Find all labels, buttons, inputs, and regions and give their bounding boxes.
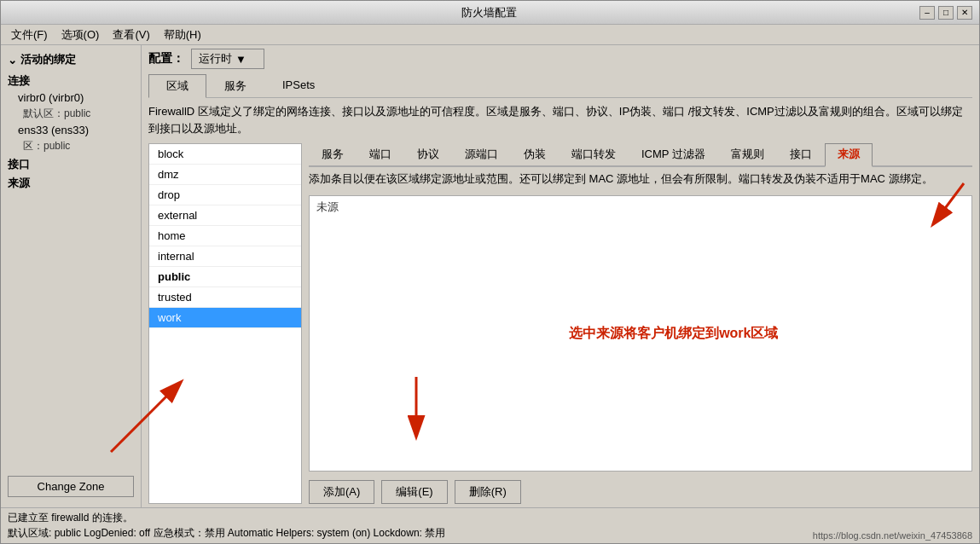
connections-label: 连接 bbox=[1, 71, 141, 90]
source-label: 来源 bbox=[1, 173, 141, 192]
interface-label: 接口 bbox=[1, 154, 141, 173]
tab-ipsets[interactable]: IPSets bbox=[264, 74, 333, 97]
minimize-button[interactable]: – bbox=[919, 6, 935, 20]
source-box: 未源 选中来源将客户机绑定到work区域 bbox=[309, 195, 972, 472]
main-split: block dmz drop external home internal pu… bbox=[148, 143, 972, 504]
source-box-label: 未源 bbox=[316, 200, 339, 215]
zone-external[interactable]: external bbox=[149, 205, 301, 226]
window-controls: – □ ✕ bbox=[919, 6, 972, 20]
zone-tab-portforward[interactable]: 端口转发 bbox=[559, 143, 629, 165]
zone-public[interactable]: public bbox=[149, 267, 301, 287]
chevron-down-icon: ⌄ bbox=[8, 54, 17, 67]
main-window: 防火墙配置 – □ ✕ 文件(F) 选项(O) 查看(V) 帮助(H) ⌄ 活动… bbox=[0, 0, 980, 544]
zone-detail: 服务 端口 协议 源端口 伪装 端口转发 ICMP 过滤器 富规则 接口 来源 … bbox=[309, 143, 972, 504]
active-bindings-header: ⌄ 活动的绑定 bbox=[1, 49, 141, 71]
delete-button[interactable]: 删除(R) bbox=[455, 480, 521, 504]
status-url: https://blog.csdn.net/weixin_47453868 bbox=[813, 530, 972, 541]
chevron-icon: ▼ bbox=[235, 53, 246, 66]
config-dropdown[interactable]: 运行时 ▼ bbox=[191, 49, 264, 69]
zone-tab-protocols[interactable]: 协议 bbox=[404, 143, 452, 165]
menu-file[interactable]: 文件(F) bbox=[4, 26, 55, 44]
tab-zones[interactable]: 区域 bbox=[148, 74, 206, 98]
source-actions: 添加(A) 编辑(E) 删除(R) bbox=[309, 480, 972, 504]
maximize-button[interactable]: □ bbox=[938, 6, 954, 20]
left-panel: ⌄ 活动的绑定 连接 virbr0 (virbr0) 默认区：public en… bbox=[1, 45, 142, 507]
zone-internal[interactable]: internal bbox=[149, 246, 301, 267]
add-button[interactable]: 添加(A) bbox=[309, 480, 374, 504]
zone-description: 添加条目以便在该区域绑定源地址或范围。还可以绑定到 MAC 源地址，但会有所限制… bbox=[309, 171, 972, 188]
right-panel: 配置： 运行时 ▼ 区域 服务 IPSets FirewallD 区域定义了绑定… bbox=[142, 45, 979, 507]
zone-drop[interactable]: drop bbox=[149, 185, 301, 205]
window-title: 防火墙配置 bbox=[59, 5, 919, 20]
menu-bar: 文件(F) 选项(O) 查看(V) 帮助(H) bbox=[1, 25, 979, 45]
zone-block[interactable]: block bbox=[149, 144, 301, 165]
title-bar: 防火墙配置 – □ ✕ bbox=[1, 1, 979, 25]
menu-help[interactable]: 帮助(H) bbox=[157, 26, 208, 44]
status-line1: 已建立至 firewalld 的连接。 bbox=[8, 511, 445, 525]
zone-tab-sourceports[interactable]: 源端口 bbox=[452, 143, 511, 165]
zone-work[interactable]: work bbox=[149, 308, 301, 328]
status-line2: 默认区域: public LogDenied: off 应急模式：禁用 Auto… bbox=[8, 526, 445, 541]
status-left: 已建立至 firewalld 的连接。 默认区域: public LogDeni… bbox=[8, 511, 445, 541]
edit-button[interactable]: 编辑(E) bbox=[381, 480, 447, 504]
ens33-zone: 区：public bbox=[1, 138, 141, 154]
virbr0-item[interactable]: virbr0 (virbr0) bbox=[1, 90, 141, 106]
ens33-item[interactable]: ens33 (ens33) bbox=[1, 122, 141, 138]
config-bar: 配置： 运行时 ▼ bbox=[148, 49, 972, 69]
arrow-down-icon bbox=[395, 377, 438, 445]
zone-tab-masquerade[interactable]: 伪装 bbox=[511, 143, 559, 165]
source-panel: 未源 选中来源将客户机绑定到work区域 bbox=[309, 195, 972, 504]
config-label: 配置： bbox=[148, 51, 184, 67]
zone-trusted[interactable]: trusted bbox=[149, 287, 301, 308]
menu-options[interactable]: 选项(O) bbox=[55, 26, 107, 44]
zone-home[interactable]: home bbox=[149, 226, 301, 246]
main-tabs: 区域 服务 IPSets bbox=[148, 74, 972, 98]
content-area: ⌄ 活动的绑定 连接 virbr0 (virbr0) 默认区：public en… bbox=[1, 45, 979, 507]
close-button[interactable]: ✕ bbox=[957, 6, 972, 20]
zone-dmz[interactable]: dmz bbox=[149, 165, 301, 185]
zone-tab-richrules[interactable]: 富规则 bbox=[718, 143, 777, 165]
main-description: FirewallD 区域定义了绑定的网络连接、接口以及源地址的可信程度。区域是服… bbox=[148, 103, 972, 136]
status-bar: 已建立至 firewalld 的连接。 默认区域: public LogDeni… bbox=[1, 507, 979, 543]
zone-tabs: 服务 端口 协议 源端口 伪装 端口转发 ICMP 过滤器 富规则 接口 来源 bbox=[309, 143, 972, 167]
virbr0-zone: 默认区：public bbox=[1, 106, 141, 122]
change-zone-button[interactable]: Change Zone bbox=[8, 476, 134, 497]
zone-tab-sources[interactable]: 来源 bbox=[825, 143, 873, 167]
menu-view[interactable]: 查看(V) bbox=[106, 26, 156, 44]
zone-list: block dmz drop external home internal pu… bbox=[148, 143, 302, 504]
zone-tab-services[interactable]: 服务 bbox=[309, 143, 357, 165]
zone-tab-interfaces[interactable]: 接口 bbox=[777, 143, 825, 165]
annotation-text: 选中来源将客户机绑定到work区域 bbox=[569, 324, 778, 342]
zone-tab-ports[interactable]: 端口 bbox=[357, 143, 404, 165]
zone-tab-icmp[interactable]: ICMP 过滤器 bbox=[629, 143, 718, 165]
tab-services[interactable]: 服务 bbox=[206, 74, 264, 97]
